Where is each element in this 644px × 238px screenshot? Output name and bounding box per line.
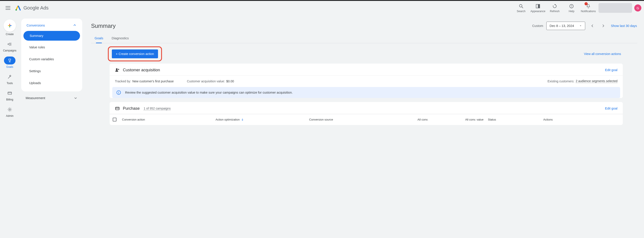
sidebar-item-value-rules[interactable]: Value rules (23, 41, 80, 53)
help-label: Help (569, 10, 574, 13)
col-conversion-action[interactable]: Conversion action (120, 116, 213, 123)
edit-goal-purchase[interactable]: Edit goal (605, 107, 618, 110)
google-ads-logo[interactable]: Google Ads (15, 5, 48, 11)
purchase-card-icon (115, 106, 120, 111)
topbar-actions: Search Appearance Refresh ? Help ! No (513, 2, 641, 14)
show-last-30-link[interactable]: Show last 30 days (610, 24, 637, 28)
gear-icon (7, 107, 12, 112)
tools-icon (7, 74, 12, 79)
customer-acquisition-card: Customer acquisition Edit goal Tracked b… (110, 64, 623, 98)
svg-point-14 (116, 68, 118, 70)
billing-nav[interactable]: Billing (0, 88, 20, 104)
campaigns-label: Campaigns (3, 49, 16, 52)
col-all-conv-value[interactable]: All conv. value (430, 116, 486, 123)
help-icon: ? (569, 4, 574, 8)
edit-goal-customer-acq[interactable]: Edit goal (605, 68, 618, 72)
profile-avatar[interactable]: G (634, 4, 641, 11)
highlight-annotation: + Create conversion action (108, 46, 162, 61)
hamburger-icon (6, 6, 10, 10)
sidebar-conversions-toggle[interactable]: Conversions (23, 20, 80, 30)
goals-nav[interactable]: Goals (0, 56, 20, 71)
audience-segments-link[interactable]: 2 audience segments selected (576, 79, 618, 83)
content-header: Summary Custom Dec 8 – 13, 2024 Show las… (91, 19, 637, 32)
purchase-campaigns-link[interactable]: 1 of 952 campaigns (144, 107, 170, 110)
measurement-title: Measurement (26, 96, 45, 100)
card-title-customer-acq: Customer acquisition (115, 68, 160, 72)
logo-text: Google Ads (24, 5, 48, 11)
sidebar: Conversions Summary Value rules Custom v… (21, 18, 82, 238)
search-icon (519, 4, 524, 8)
help-action[interactable]: ? Help (563, 2, 580, 14)
tabs: Goals Diagnostics (91, 33, 637, 43)
date-range-selector[interactable]: Dec 8 – 13, 2024 (546, 22, 585, 30)
megaphone-icon (7, 42, 12, 47)
main-menu-button[interactable] (3, 3, 13, 13)
plus-multicolor-icon (7, 23, 12, 28)
prev-period-button[interactable] (588, 22, 596, 30)
card-icon (7, 91, 12, 96)
sidebar-item-summary[interactable]: Summary (24, 31, 80, 41)
info-icon (116, 90, 121, 95)
tab-diagnostics[interactable]: Diagnostics (111, 34, 130, 43)
left-rail: Create Campaigns Goals Tools Billing Adm… (0, 16, 20, 238)
appearance-icon (536, 4, 540, 8)
appearance-label: Appearance (530, 10, 545, 13)
date-range-value: Dec 8 – 13, 2024 (550, 24, 574, 28)
info-banner-text: Review the suggested customer acquisitio… (125, 91, 292, 94)
info-banner: Review the suggested customer acquisitio… (112, 87, 620, 98)
notifications-action[interactable]: ! Notifications (580, 2, 597, 14)
page-title: Summary (91, 22, 116, 29)
refresh-action[interactable]: Refresh (546, 2, 563, 14)
chevron-right-icon (601, 24, 606, 28)
col-status[interactable]: Status (486, 116, 541, 123)
svg-point-0 (16, 9, 17, 10)
notifications-label: Notifications (581, 10, 596, 13)
svg-rect-11 (8, 92, 12, 94)
gads-logo-icon (15, 5, 21, 11)
billing-label: Billing (6, 98, 13, 101)
refresh-label: Refresh (550, 10, 560, 13)
col-conversion-source[interactable]: Conversion source (307, 116, 375, 123)
svg-rect-17 (118, 92, 119, 94)
topbar: Google Ads Search Appearance Refresh ? (0, 0, 644, 15)
create-button[interactable]: Create (0, 18, 20, 38)
col-action-optimization[interactable]: Action optimization (213, 116, 307, 123)
svg-rect-4 (538, 4, 540, 8)
select-all-checkbox[interactable] (113, 118, 116, 121)
account-selector[interactable] (598, 3, 632, 13)
svg-rect-18 (116, 107, 119, 110)
admin-label: Admin (6, 114, 14, 117)
tab-goals[interactable]: Goals (94, 34, 104, 43)
view-all-conversion-actions-link[interactable]: View all conversion actions (584, 52, 637, 56)
sidebar-item-settings[interactable]: Settings (23, 65, 80, 77)
purchase-card: Purchase 1 of 952 campaigns Edit goal Co… (110, 102, 623, 125)
svg-point-13 (9, 109, 10, 110)
create-conversion-action-button[interactable]: + Create conversion action (112, 49, 158, 58)
campaigns-nav[interactable]: Campaigns (0, 39, 20, 55)
card-title-purchase: Purchase 1 of 952 campaigns (115, 106, 170, 111)
col-all-conv[interactable]: All conv. (375, 116, 430, 123)
svg-point-16 (118, 91, 119, 92)
tracked-by: Tracked by: New customer's first purchas… (115, 79, 174, 83)
search-label: Search (517, 10, 526, 13)
date-controls: Custom Dec 8 – 13, 2024 Show last 30 day… (532, 22, 637, 30)
search-action[interactable]: Search (513, 2, 530, 14)
date-mode-label: Custom (532, 24, 543, 28)
main-content: Summary Custom Dec 8 – 13, 2024 Show las… (88, 17, 644, 129)
admin-nav[interactable]: Admin (0, 105, 20, 120)
next-period-button[interactable] (599, 22, 607, 30)
refresh-icon (552, 4, 557, 8)
notification-badge: ! (584, 2, 588, 5)
trophy-icon (8, 58, 12, 63)
svg-line-2 (522, 7, 523, 8)
tools-nav[interactable]: Tools (0, 72, 20, 87)
appearance-action[interactable]: Appearance (530, 2, 546, 14)
sidebar-measurement-toggle[interactable]: Measurement (21, 92, 82, 104)
goals-label: Goals (6, 65, 13, 68)
tools-label: Tools (7, 82, 13, 85)
sidebar-item-custom-variables[interactable]: Custom variables (23, 53, 80, 65)
existing-customers: Existing customers: 2 audience segments … (548, 79, 618, 83)
col-actions[interactable]: Actions (541, 116, 622, 123)
sidebar-item-uploads[interactable]: Uploads (23, 77, 80, 89)
customer-acq-details-row: Tracked by: New customer's first purchas… (110, 76, 623, 85)
